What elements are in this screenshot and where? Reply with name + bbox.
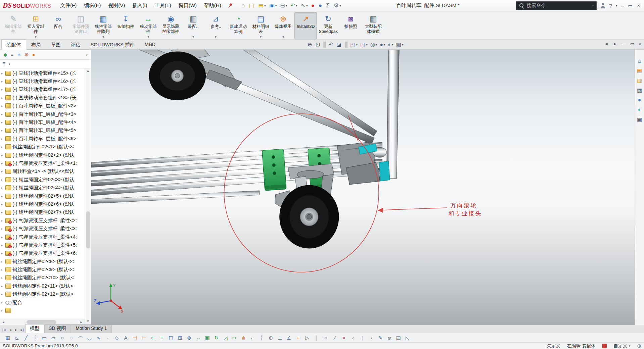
tree-item[interactable]: (-) 百叶周转车_层板_配件<2> [0, 102, 85, 110]
tree-item[interactable]: 钢丝绳固定件02<11> (默认< [0, 282, 85, 290]
view-palette-icon[interactable]: ▦ [637, 88, 642, 93]
last-tab-icon[interactable]: ►| [19, 326, 25, 333]
undo-stroke-icon[interactable]: ‹ [349, 335, 358, 341]
expand-arrow-icon[interactable] [1, 186, 5, 190]
redo-stroke-icon[interactable]: › [367, 335, 376, 341]
apply-scene-icon[interactable]: ◐ ▾ [386, 41, 395, 48]
expand-arrow-icon[interactable] [1, 309, 5, 312]
parallelogram-icon[interactable]: ▱ [49, 335, 58, 341]
expand-arrow-icon[interactable] [1, 243, 5, 247]
tree-item[interactable]: (-) 气弹簧液压支撑杆_柔性<3: [0, 225, 85, 233]
user-account-icon[interactable] [600, 3, 606, 8]
text-icon[interactable]: A [121, 335, 130, 341]
centerline-icon[interactable]: ┊ [31, 335, 40, 341]
triangle-tool-icon[interactable]: ◺ [403, 335, 412, 341]
jog-line-icon[interactable]: ⌐ [248, 335, 257, 341]
tree-item[interactable]: (-) 钢丝绳固定件02<4> (默认 [0, 184, 85, 192]
pane-next-icon[interactable]: ► [613, 41, 617, 46]
custom-properties-icon[interactable]: ▣ [637, 117, 642, 122]
tree-item[interactable]: 钢丝绳固定件02<1> (默认<< [0, 143, 85, 151]
hide-show-items-icon[interactable]: ◎ ▾ [369, 41, 379, 48]
model-tab[interactable]: Motion Study 1 [71, 324, 111, 333]
take-snapshot-button[interactable]: ◙ 拍快照 [339, 12, 362, 39]
expand-arrow-icon[interactable] [1, 169, 5, 173]
previous-view-icon[interactable]: ↶ [327, 41, 335, 48]
tree-item[interactable]: (-) 百叶周转车_层板_配件<6> [0, 135, 85, 143]
new-document-icon[interactable]: ▢ [247, 2, 257, 9]
command-tab[interactable]: 评估 [66, 40, 86, 49]
rotate-entities-icon[interactable]: ↻ [212, 335, 221, 341]
expand-arrow-icon[interactable] [1, 210, 5, 214]
design-library-icon[interactable]: ▤ [637, 68, 642, 73]
mirror-entities-icon[interactable]: ◫ [167, 335, 176, 341]
circle-icon[interactable]: ○ [58, 335, 67, 341]
separator[interactable] [323, 42, 326, 48]
pen-icon[interactable]: ✎ [376, 335, 385, 341]
tree-item[interactable]: (-) 直线转动滑套组件<18> (长 [0, 94, 85, 102]
tree-item[interactable]: (-) 气弹簧液压支撑杆_柔性<1: [0, 159, 85, 167]
menu-item[interactable]: 视图(V) [104, 0, 129, 11]
grid-icon[interactable]: ▤ [394, 335, 403, 341]
filter-icon[interactable] [2, 62, 7, 66]
tree-item[interactable]: 周转料盒<1> -> (默认<<默认 [0, 167, 85, 176]
ink-line-icon[interactable]: ∕ [330, 335, 339, 341]
expand-arrow-icon[interactable] [1, 268, 5, 271]
dimxpert-manager-icon[interactable]: ⊕ [25, 52, 29, 58]
doc-close-icon[interactable]: × [639, 41, 641, 46]
move-component-button[interactable]: ↔ 移动零部件 ▾ [137, 12, 159, 39]
tree-item[interactable]: 配合 [0, 298, 85, 306]
mate-button[interactable]: ∞ 配合 [47, 12, 70, 39]
search-dropdown-icon[interactable]: ▾ [592, 4, 594, 7]
separator[interactable] [345, 42, 348, 48]
next-tab-icon[interactable]: ► [13, 326, 19, 333]
menu-item[interactable]: 工具(T) [151, 0, 175, 11]
tree-item[interactable]: (-) 钢丝绳固定件02<5> (默认 [0, 192, 85, 200]
expand-arrow-icon[interactable] [1, 292, 5, 296]
expand-arrow-icon[interactable] [1, 161, 5, 165]
scroll-thumb[interactable] [86, 211, 90, 248]
convert-entities-icon[interactable]: ⊂ [148, 335, 157, 341]
command-tab[interactable]: SOLIDWORKS 插件 [86, 40, 140, 49]
scroll-up-icon[interactable]: ▲ [87, 69, 90, 74]
tree-item[interactable]: 钢丝绳固定件02<9> (默认<< [0, 265, 85, 273]
menu-item[interactable]: 帮助(H) [200, 0, 225, 11]
expand-arrow-icon[interactable] [1, 194, 5, 198]
stretch-entities-icon[interactable]: ↦ [230, 335, 239, 341]
tree-item[interactable]: (-) 直线转动滑套组件<15> (长 [0, 69, 85, 77]
property-manager-icon[interactable]: ≡ [11, 52, 14, 58]
save-icon[interactable]: ▣ ▾ [268, 2, 279, 9]
scroll-down-icon[interactable]: ▼ [87, 319, 90, 324]
filter-dropdown-icon[interactable]: ▾ [9, 62, 10, 66]
centerpoint-arc-icon[interactable]: ◠ [76, 335, 85, 341]
tree-item[interactable]: (-) 钢丝绳固定件02<2> (默认 [0, 151, 85, 159]
smart-dimension-icon[interactable]: ⊾ [12, 335, 21, 341]
tree-item[interactable]: (-) 钢丝绳固定件02<3> (默认 [0, 176, 85, 184]
menu-item[interactable]: 文件(F) [56, 0, 80, 11]
linear-sketch-pattern-icon[interactable]: ⊞ [176, 335, 185, 341]
tree-item[interactable]: (-) 百叶周转车_层板_配件<4> [0, 118, 85, 126]
expand-arrow-icon[interactable] [1, 96, 5, 100]
insert-components-button[interactable]: ⊞ 插入零部件 ▾ [25, 12, 47, 39]
panel-expand-arrow-icon[interactable]: › [86, 52, 88, 57]
close-icon[interactable]: × [637, 3, 640, 8]
show-hidden-components-button[interactable]: ◉ 显示隐藏的零部件 [159, 12, 182, 39]
repair-sketch-icon[interactable]: + [293, 335, 303, 341]
equations-icon[interactable]: Σ [324, 2, 332, 9]
expand-arrow-icon[interactable] [1, 219, 5, 222]
expand-arrow-icon[interactable] [1, 276, 5, 280]
home-icon[interactable]: ⌂ [240, 2, 247, 9]
zoom-area-icon[interactable]: ⊡ [314, 41, 322, 48]
command-search-box[interactable]: 搜索命令 ▾ [516, 1, 597, 10]
rapid-sketch-icon[interactable]: ▷ [303, 335, 312, 341]
expand-arrow-icon[interactable] [1, 235, 5, 239]
appearance-icon[interactable]: ● [317, 2, 324, 9]
tree-item[interactable]: 钢丝绳固定件02<8> (默认<< [0, 257, 85, 265]
linear-component-pattern-button[interactable]: ▦ 线性零部件阵列 ▾ [92, 12, 114, 39]
minimize-icon[interactable]: – [621, 3, 624, 8]
model-tab[interactable]: 3D 视图 [44, 324, 71, 333]
separator[interactable] [316, 335, 317, 341]
expand-arrow-icon[interactable] [1, 137, 5, 141]
scroll-left-icon[interactable]: ◄ [1, 320, 6, 324]
tree-item[interactable]: (-) 气弹簧液压支撑杆_柔性<2: [0, 216, 85, 225]
view-orientation-icon[interactable]: ◰ ▾ [349, 41, 359, 48]
